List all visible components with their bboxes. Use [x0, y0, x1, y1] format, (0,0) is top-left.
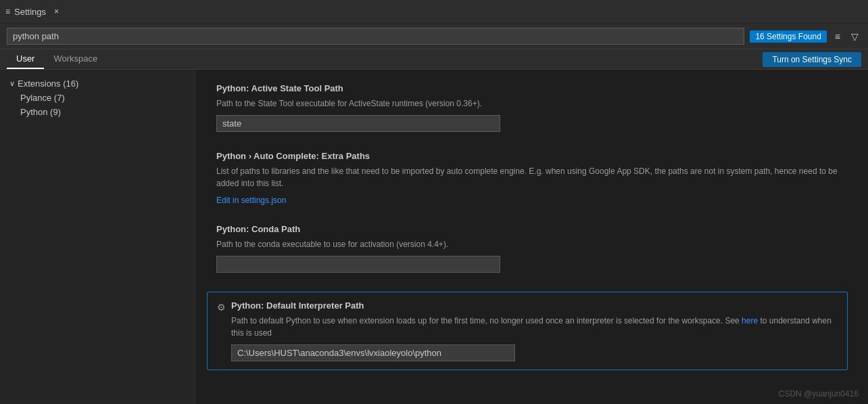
search-input[interactable]	[7, 28, 744, 45]
main-layout: 16 Settings Found ≡ ▽ User Workspace Tur…	[0, 24, 868, 404]
setting-desc-active-state: Path to the State Tool executable for Ac…	[216, 97, 848, 110]
sidebar-item-pylance-label: Pylance (7)	[20, 93, 65, 103]
tab-nav-left: User Workspace	[7, 49, 107, 69]
settings-tab-icon: ≡	[5, 7, 10, 16]
sidebar-item-python-label: Python (9)	[20, 107, 61, 117]
tab-user[interactable]: User	[7, 49, 44, 69]
setting-auto-complete-extra-paths: Python › Auto Complete: Extra Paths List…	[216, 151, 848, 205]
setting-title-extra-paths: Python › Auto Complete: Extra Paths	[216, 151, 848, 161]
setting-active-state-tool-path: Python: Active State Tool Path Path to t…	[216, 83, 848, 132]
setting-desc-extra-paths: List of paths to libraries and the like …	[216, 165, 848, 189]
setting-conda-path: Python: Conda Path Path to the conda exe…	[216, 224, 848, 273]
sync-button[interactable]: Turn on Settings Sync	[763, 52, 861, 67]
setting-desc-default-interpreter: Path to default Python to use when exten…	[231, 315, 838, 339]
sidebar: ∨ Extensions (16) Pylance (7) Python (9)	[0, 70, 196, 404]
settings-found-badge: 16 Settings Found	[750, 30, 826, 43]
filter-icon[interactable]: ▽	[848, 30, 861, 43]
setting-title-conda-path: Python: Conda Path	[216, 224, 848, 234]
edit-in-settings-json-link[interactable]: Edit in settings.json	[216, 196, 286, 205]
watermark: CSDN @yuanjun0416	[779, 389, 859, 399]
tab-nav: User Workspace Turn on Settings Sync	[0, 49, 868, 70]
settings-tab-close[interactable]: ×	[51, 5, 62, 18]
gear-row: ⚙ Python: Default Interpreter Path Path …	[217, 300, 838, 361]
settings-tab-title: Settings	[14, 7, 46, 17]
chevron-down-icon: ∨	[9, 79, 15, 88]
sidebar-item-extensions-label: Extensions (16)	[18, 78, 78, 89]
tab-workspace[interactable]: Workspace	[44, 49, 107, 69]
sidebar-item-pylance[interactable]: Pylance (7)	[0, 91, 196, 105]
content-layout: ∨ Extensions (16) Pylance (7) Python (9)…	[0, 70, 868, 404]
search-bar: 16 Settings Found ≡ ▽	[0, 24, 868, 49]
setting-default-interpreter-path: ⚙ Python: Default Interpreter Path Path …	[207, 292, 848, 370]
setting-desc-conda-path: Path to the conda executable to use for …	[216, 238, 848, 250]
here-link[interactable]: here	[742, 316, 758, 326]
setting-title-default-interpreter: Python: Default Interpreter Path	[231, 300, 838, 311]
default-interpreter-path-input[interactable]	[231, 344, 515, 361]
gear-icon[interactable]: ⚙	[217, 302, 226, 313]
setting-inner-default-interpreter: Python: Default Interpreter Path Path to…	[231, 300, 838, 361]
list-view-icon[interactable]: ≡	[832, 30, 843, 43]
conda-path-input[interactable]	[216, 256, 500, 273]
tab-bar: ≡ Settings ×	[0, 0, 868, 24]
settings-panel: Python: Active State Tool Path Path to t…	[196, 70, 868, 404]
setting-title-active-state: Python: Active State Tool Path	[216, 83, 848, 93]
sidebar-item-python[interactable]: Python (9)	[0, 105, 196, 119]
sidebar-item-extensions[interactable]: ∨ Extensions (16)	[0, 76, 196, 91]
active-state-tool-path-input[interactable]	[216, 115, 500, 132]
